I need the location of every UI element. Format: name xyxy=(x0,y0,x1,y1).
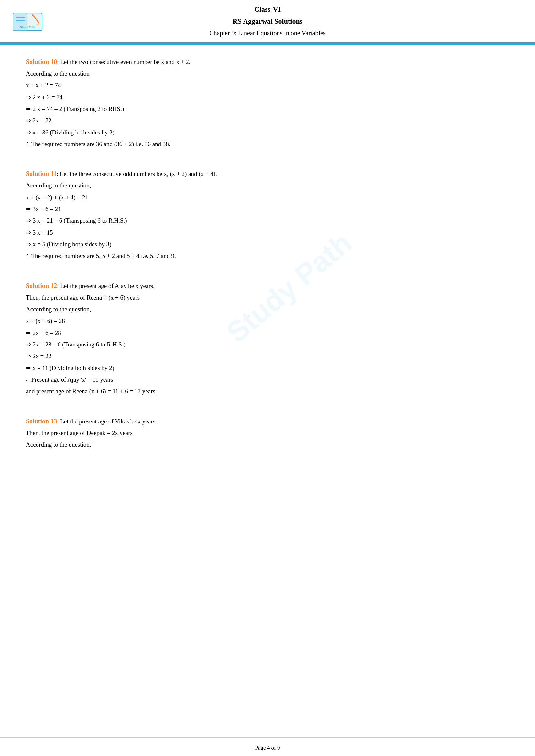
sol12-therefore: ∴ Present age of Ajay 'x' = 11 years xyxy=(26,375,509,385)
sol10-line-5: ⇒ x = 36 (Dividing both sides by 2) xyxy=(26,127,509,138)
book-label: RS Aggarwal Solutions xyxy=(209,15,326,27)
page-number: Page 4 of 9 xyxy=(255,745,280,751)
sol11-line-2: ⇒ 3x + 6 = 21 xyxy=(26,204,509,214)
sol10-line-3: ⇒ 2 x = 74 – 2 (Transposing 2 to RHS.) xyxy=(26,104,509,114)
sol10-line-1: x + x + 2 = 74 xyxy=(26,80,509,91)
class-label: Class-VI xyxy=(209,3,326,15)
header: Study Path Class-VI RS Aggarwal Solution… xyxy=(0,0,535,43)
logo: Study Path xyxy=(10,8,45,34)
solution-10-label: Solution 10 xyxy=(26,58,57,65)
sol10-line-4: ⇒ 2x = 72 xyxy=(26,115,509,126)
sol12-line-8: and present age of Reena (x + 6) = 11 + … xyxy=(26,386,509,396)
sol11-line-0: According to the question, xyxy=(26,180,509,191)
solution-11-intro: Solution 11: Let the three consecutive o… xyxy=(26,168,509,179)
solution-10-intro-text: : Let the two consecutive even number be… xyxy=(57,59,190,65)
sol12-line-5: ⇒ 2x = 22 xyxy=(26,351,509,361)
main-content: Solution 10: Let the two consecutive eve… xyxy=(0,45,535,481)
sol12-line-3: ⇒ 2x + 6 = 28 xyxy=(26,328,509,338)
solution-12-intro-text: : Let the present age of Ajay be x years… xyxy=(57,283,155,289)
solution-13-intro-text: : Let the present age of Vikas be x year… xyxy=(57,418,157,425)
sol13-line-1: According to the question, xyxy=(26,440,509,450)
svg-text:Study Path: Study Path xyxy=(20,26,35,29)
solution-11-intro-text: : Let the three consecutive odd numbers … xyxy=(57,170,217,177)
page: Study Path Class-VI RS Aggarwal Solution… xyxy=(0,0,535,756)
sol11-therefore: ∴ The required numbers are 5, 5 + 2 and … xyxy=(26,251,509,261)
sol12-line-1: According to the question, xyxy=(26,304,509,314)
solution-10-block: Solution 10: Let the two consecutive eve… xyxy=(26,56,509,149)
page-footer: Page 4 of 9 xyxy=(0,737,535,756)
solution-12-intro: Solution 12: Let the present age of Ajay… xyxy=(26,280,509,291)
sol11-line-4: ⇒ 3 x = 15 xyxy=(26,228,509,238)
chapter-label: Chapter 9: Linear Equations in one Varia… xyxy=(209,27,326,39)
sol12-line-6: ⇒ x = 11 (Dividing both sides by 2) xyxy=(26,363,509,373)
separator-3 xyxy=(26,409,509,414)
solution-10-intro: Solution 10: Let the two consecutive eve… xyxy=(26,56,509,67)
sol11-line-1: x + (x + 2) + (x + 4) = 21 xyxy=(26,192,509,202)
sol10-line-2: ⇒ 2 x + 2 = 74 xyxy=(26,92,509,102)
sol11-line-3: ⇒ 3 x = 21 – 6 (Transposing 6 to R.H.S.) xyxy=(26,216,509,226)
sol12-line-4: ⇒ 2x = 28 – 6 (Transposing 6 to R.H.S.) xyxy=(26,339,509,350)
header-text-block: Class-VI RS Aggarwal Solutions Chapter 9… xyxy=(209,3,326,39)
solution-13-label: Solution 13 xyxy=(26,418,57,425)
solution-11-block: Solution 11: Let the three consecutive o… xyxy=(26,168,509,261)
solution-13-intro: Solution 13: Let the present age of Vika… xyxy=(26,416,509,427)
separator-1 xyxy=(26,161,509,167)
sol12-line-0: Then, the present age of Reena = (x + 6)… xyxy=(26,292,509,303)
solution-11-label: Solution 11 xyxy=(26,170,57,177)
sol13-line-0: Then, the present age of Deepak = 2x yea… xyxy=(26,428,509,438)
solution-12-block: Solution 12: Let the present age of Ajay… xyxy=(26,280,509,397)
solution-12-label: Solution 12 xyxy=(26,282,57,289)
sol10-therefore: ∴ The required numbers are 36 and (36 + … xyxy=(26,139,509,149)
separator-2 xyxy=(26,273,509,279)
sol12-line-2: x + (x + 6) = 28 xyxy=(26,316,509,326)
solution-13-block: Solution 13: Let the present age of Vika… xyxy=(26,416,509,450)
sol10-line-0: According to the question xyxy=(26,68,509,79)
sol11-line-5: ⇒ x = 5 (Dividing both sides by 3) xyxy=(26,239,509,250)
